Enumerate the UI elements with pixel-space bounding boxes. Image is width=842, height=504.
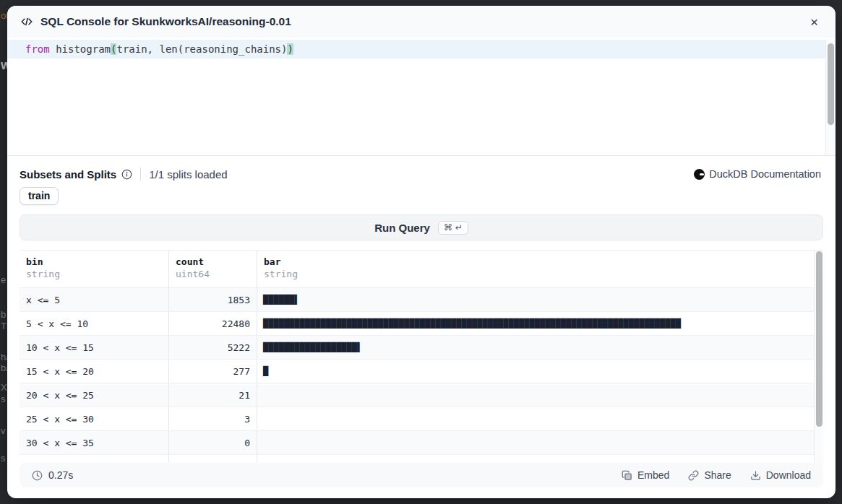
count-cell: 21 — [169, 383, 257, 407]
split-badge-train[interactable]: train — [20, 187, 59, 205]
table-header: bin string count uint64 bar string — [20, 251, 823, 288]
editor-scrollbar[interactable] — [825, 40, 835, 155]
bin-cell: 30 < x <= 35 — [20, 431, 169, 454]
link-icon — [688, 470, 699, 481]
footer-actions: Embed Share Download — [622, 469, 811, 481]
sql-text: histogram — [50, 43, 111, 55]
close-icon[interactable]: × — [807, 14, 821, 30]
embed-button[interactable]: Embed — [622, 469, 669, 481]
count-cell: 1853 — [169, 288, 257, 311]
splits-loaded-status: 1/1 splits loaded — [149, 168, 227, 181]
sql-keyword: from — [25, 43, 50, 55]
count-cell: 277 — [169, 360, 257, 383]
column-type: string — [26, 269, 162, 279]
bar-cell — [257, 383, 823, 407]
sql-bracket-close: ) — [287, 43, 293, 55]
bin-cell: x <= 5 — [20, 288, 169, 311]
bin-cell: 5 < x <= 10 — [20, 312, 169, 335]
section-title: Subsets and Splits — [20, 168, 116, 181]
bar-cell: ██████▌ — [257, 288, 823, 311]
download-icon — [750, 470, 761, 481]
clock-icon — [32, 470, 43, 481]
bar-cell: ████████████████████████████████████████… — [257, 312, 823, 335]
table-row: 10 < x <= 15 5222 ██████████████████▌ — [20, 336, 823, 360]
duckdb-logo-icon — [694, 169, 705, 180]
column-name: bin — [26, 256, 162, 267]
bar-cell: █ — [257, 360, 823, 383]
footer-bar: 0.27s Embed Share — [20, 463, 823, 487]
bin-cell: 20 < x <= 25 — [20, 383, 169, 407]
count-cell: 0 — [169, 431, 257, 454]
bar-cell — [257, 431, 823, 454]
code-icon — [20, 15, 33, 28]
duckdb-doc-link[interactable]: DuckDB Documentation — [694, 168, 821, 180]
table-scrollbar-thumb[interactable] — [816, 251, 822, 427]
keyboard-shortcut: ⌘ ↵ — [438, 221, 468, 235]
embed-icon — [622, 470, 632, 481]
split-badges: train — [7, 181, 835, 205]
embed-label: Embed — [637, 469, 669, 481]
count-cell: 3 — [169, 407, 257, 430]
table-row: 20 < x <= 25 21 — [20, 383, 823, 407]
info-icon[interactable] — [121, 169, 132, 180]
sql-console-modal: SQL Console for SkunkworksAI/reasoning-0… — [7, 6, 835, 498]
bar-cell: ██████████████████▌ — [257, 336, 823, 359]
query-time: 0.27s — [32, 469, 73, 481]
duckdb-doc-label: DuckDB Documentation — [709, 168, 821, 180]
sql-editor[interactable]: from histogram(train, len(reasoning_chai… — [7, 40, 835, 156]
column-name: bar — [264, 256, 817, 267]
column-type: string — [264, 269, 817, 279]
table-scrollbar[interactable] — [814, 251, 823, 466]
query-time-text: 0.27s — [48, 469, 73, 481]
table-row: 25 < x <= 30 3 — [20, 407, 823, 431]
bin-cell: 15 < x <= 20 — [20, 360, 169, 383]
editor-scrollbar-thumb[interactable] — [828, 43, 834, 125]
share-button[interactable]: Share — [688, 469, 731, 481]
download-label: Download — [766, 469, 811, 481]
subsets-section: Subsets and Splits 1/1 splits loaded Duc… — [7, 156, 835, 181]
divider — [140, 168, 141, 181]
column-type: uint64 — [176, 269, 250, 279]
column-header-bin: bin string — [20, 251, 169, 287]
table-row: 5 < x <= 10 22480 ██████████████████████… — [20, 312, 823, 336]
download-button[interactable]: Download — [750, 469, 811, 481]
sql-query-line[interactable]: from histogram(train, len(reasoning_chai… — [7, 40, 835, 58]
column-name: count — [176, 256, 250, 267]
run-query-button[interactable]: Run Query ⌘ ↵ — [20, 214, 823, 240]
sql-text: train, len(reasoning_chains) — [116, 43, 287, 55]
table-row: 15 < x <= 20 277 █ — [20, 360, 823, 383]
bin-cell: 10 < x <= 15 — [20, 336, 169, 359]
results-table: bin string count uint64 bar string x <= … — [20, 250, 823, 466]
count-cell: 5222 — [169, 336, 257, 359]
count-cell: 22480 — [169, 312, 257, 335]
bar-cell — [257, 407, 823, 430]
page-title: SQL Console for SkunkworksAI/reasoning-0… — [40, 15, 291, 28]
bin-cell: 25 < x <= 30 — [20, 407, 169, 430]
share-label: Share — [704, 469, 731, 481]
column-header-bar: bar string — [257, 251, 823, 287]
column-header-count: count uint64 — [169, 251, 257, 287]
table-row: x <= 5 1853 ██████▌ — [20, 288, 823, 312]
run-query-label: Run Query — [374, 222, 430, 234]
modal-header: SQL Console for SkunkworksAI/reasoning-0… — [7, 6, 835, 38]
table-row: 30 < x <= 35 0 — [20, 431, 823, 455]
